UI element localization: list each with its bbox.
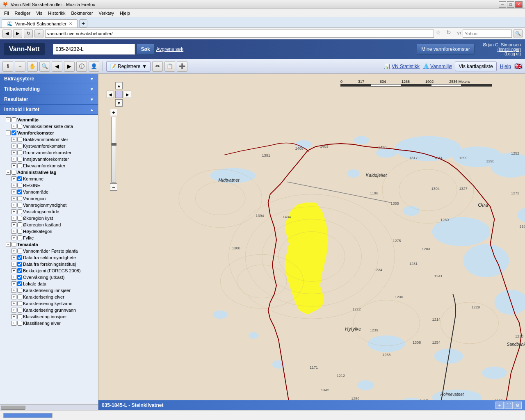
checkbox-temadata[interactable]: [11, 242, 16, 247]
map-settings-btn[interactable]: ⚙: [514, 402, 522, 409]
avgrens-button[interactable]: Avgrens søk: [156, 44, 183, 55]
tree-item-brakkvann[interactable]: + Brakkvannforekomster: [0, 136, 98, 143]
tree-item-kommune[interactable]: + Kommune: [0, 176, 98, 182]
tree-item-innsjo[interactable]: + Innsjøvannforekomster: [0, 156, 98, 162]
logout-link[interactable]: (Logg ut): [483, 52, 521, 56]
tree-item-overvaking[interactable]: + Overvåkning (utkast): [0, 274, 98, 281]
checkbox-innsjo[interactable]: [17, 157, 22, 162]
pan-south-button[interactable]: ▼: [115, 99, 123, 107]
menu-historikk[interactable]: Historikk: [46, 10, 68, 16]
checkbox-klas-elver[interactable]: [17, 321, 22, 326]
tool-pencil-button[interactable]: ✏: [152, 61, 163, 72]
tab-close-button[interactable]: ✕: [69, 21, 72, 26]
tree-item-vannlokaliteter[interactable]: + Vannlokaliteter siste data: [0, 123, 98, 130]
minimize-button[interactable]: ─: [499, 1, 506, 8]
checkbox-okoregion-fastland[interactable]: [17, 222, 22, 227]
expander-grunn[interactable]: +: [11, 150, 16, 155]
pan-west-button[interactable]: ◀: [107, 91, 114, 98]
tree-item-kar-grunn[interactable]: + Karakterisering grunnvann: [0, 307, 98, 313]
zoom-in-button[interactable]: +: [110, 109, 117, 116]
menu-rediger[interactable]: Rediger: [12, 10, 33, 16]
expander-vannomrader-forste[interactable]: +: [11, 249, 16, 253]
expander-kar-innsjoer[interactable]: +: [11, 288, 16, 293]
expander-kyst[interactable]: +: [11, 144, 16, 148]
forward-button[interactable]: ▶: [13, 29, 22, 38]
sidebar-tilbakemelding[interactable]: Tilbakemelding ▼: [0, 84, 98, 94]
search-button[interactable]: Søk: [137, 44, 155, 55]
zoom-thumb[interactable]: [112, 143, 116, 146]
settings-link[interactable]: (Innstillinger): [483, 47, 521, 52]
yahoo-search-input[interactable]: [463, 30, 512, 38]
map-fullscreen-btn[interactable]: ⛶: [504, 402, 513, 409]
tree-item-temadata[interactable]: − Temadata: [0, 241, 98, 248]
new-tab-button[interactable]: +: [79, 19, 87, 27]
expander-vannregion[interactable]: +: [11, 196, 16, 201]
expander-data-sektormyndighe[interactable]: +: [11, 255, 16, 260]
tree-item-kar-innsjoer[interactable]: + Karakterisering innsjøer: [0, 287, 98, 294]
tree-item-kar-kyst[interactable]: + Karakterisering kystvann: [0, 300, 98, 307]
checkbox-brakkvann[interactable]: [17, 137, 22, 142]
close-button[interactable]: ✕: [515, 1, 523, 8]
pan-north-button[interactable]: ▲: [115, 82, 123, 89]
checkbox-vannlokaliteter[interactable]: [17, 124, 22, 129]
browser-tab[interactable]: 🌊 Vann-Nett Saksbehandler ✕: [2, 19, 78, 27]
expander-temadata[interactable]: −: [6, 242, 11, 247]
checkbox-vassdrag[interactable]: [17, 209, 22, 214]
tree-item-vannomrade[interactable]: + Vannområde: [0, 189, 98, 195]
map-zoom-in-btn[interactable]: +: [495, 402, 504, 409]
pan-center[interactable]: [115, 91, 123, 98]
checkbox-kar-elver[interactable]: [17, 294, 22, 299]
checkbox-kar-innsjoer[interactable]: [17, 288, 22, 293]
sidebar-innhold[interactable]: Innhold i kartet ▲: [0, 105, 98, 115]
expander-innsjo[interactable]: +: [11, 157, 16, 162]
checkbox-lokale-data[interactable]: [17, 281, 22, 286]
checkbox-vannregion[interactable]: [17, 196, 22, 201]
expander-bekkekjemi[interactable]: +: [11, 268, 16, 273]
checkbox-hoydekategori[interactable]: [17, 229, 22, 234]
tool-edit2-button[interactable]: 📋: [164, 61, 175, 72]
zoom-out-button[interactable]: −: [110, 183, 117, 191]
tool-minus-button[interactable]: −: [15, 61, 25, 72]
tree-item-hoydekategori[interactable]: + Høydekategori: [0, 228, 98, 235]
tree-item-vannmiljo[interactable]: − Vannmiljø: [0, 116, 98, 123]
tree-item-fylke[interactable]: + Fylke: [0, 235, 98, 241]
expander-brakkvann[interactable]: +: [11, 137, 16, 142]
checkbox-kar-kyst[interactable]: [17, 301, 22, 306]
expander-hoydekategori[interactable]: +: [11, 229, 16, 234]
expander-vassdrag[interactable]: +: [11, 209, 16, 214]
maximize-button[interactable]: □: [507, 1, 514, 8]
checkbox-bekkekjemi[interactable]: [17, 268, 22, 273]
checkbox-regine[interactable]: [17, 183, 22, 188]
menu-fil[interactable]: Fil: [2, 10, 11, 16]
expander-overvaking[interactable]: +: [11, 275, 16, 280]
tree-item-okoregion-kyst[interactable]: + Økoregion kyst: [0, 215, 98, 221]
address-input[interactable]: [45, 30, 434, 38]
tree-item-kar-elver[interactable]: + Karakterisering elver: [0, 294, 98, 300]
tree-item-vannomrader-forste[interactable]: + Vannområder Første planfa: [0, 248, 98, 254]
checkbox-vannmiljo[interactable]: [11, 117, 16, 122]
checkbox-grunn[interactable]: [17, 150, 22, 155]
tool-info-button[interactable]: ℹ: [2, 61, 13, 72]
tree-item-lokale-data[interactable]: + Lokale data: [0, 281, 98, 287]
checkbox-vannomrader-forste[interactable]: [17, 249, 22, 253]
checkbox-data-forsknings[interactable]: [17, 262, 22, 267]
checkbox-data-sektormyndighe[interactable]: [17, 255, 22, 260]
checkbox-vannomrade[interactable]: [17, 189, 22, 194]
tree-item-kyst[interactable]: + Kystvannforekomster: [0, 143, 98, 149]
bookmark-star-icon[interactable]: ☆: [436, 29, 445, 38]
map-container[interactable]: 1409 1405 1391 1394 1434 1308 1420 1317 …: [98, 74, 525, 410]
search-input[interactable]: [53, 44, 135, 55]
checkbox-overvaking[interactable]: [17, 275, 22, 280]
expander-vannomrade[interactable]: +: [11, 189, 16, 194]
tree-item-klas-innsjoer[interactable]: + Klassifisering innsjøer: [0, 313, 98, 320]
tool-person-button[interactable]: 👤: [89, 61, 99, 72]
expander-lokale-data[interactable]: +: [11, 281, 16, 286]
expander-vannmiljo[interactable]: −: [6, 117, 11, 122]
back-button[interactable]: ◀: [2, 29, 11, 38]
expander-admin[interactable]: −: [6, 170, 11, 175]
vannmiljo-link[interactable]: 💧 Vannmiljø: [423, 63, 452, 69]
tree-item-okoregion-fastland[interactable]: + Økoregion fastland: [0, 221, 98, 228]
checkbox-admin[interactable]: [11, 170, 16, 175]
home-button[interactable]: ⌂: [34, 29, 43, 38]
menu-bokmerker[interactable]: Bokmerker: [68, 10, 95, 16]
